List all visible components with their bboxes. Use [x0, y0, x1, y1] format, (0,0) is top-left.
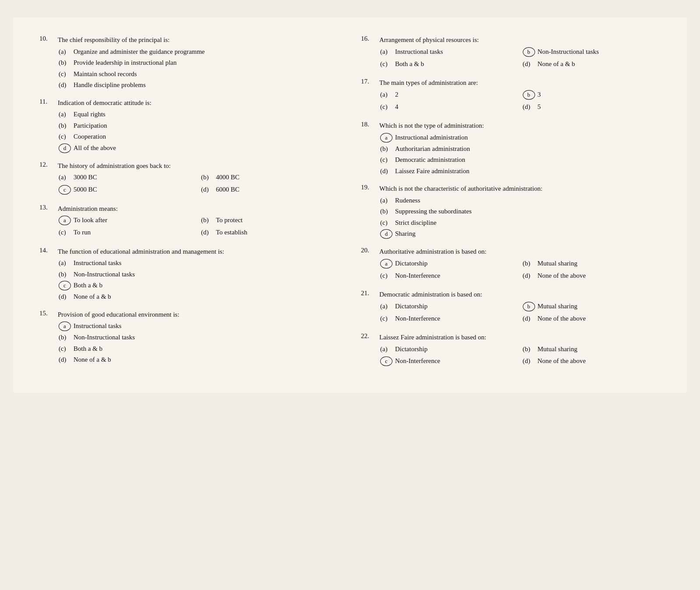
question-text: Democratic administration is based on:	[379, 290, 661, 300]
option-row: dSharing	[380, 229, 661, 239]
option-row: (d)5	[523, 102, 661, 112]
question-row: 20.Authoritative administration is based…	[361, 247, 661, 257]
option-row: dAll of the above	[59, 143, 339, 153]
option-label: (c)	[380, 102, 392, 112]
option-label: (c)	[380, 271, 392, 281]
option-label: (a)	[380, 47, 392, 57]
question-row: 14.The function of educational administr…	[39, 247, 339, 257]
option-row: (d)To establish	[201, 227, 340, 237]
question-block: 19.Which is not the characteristic of au…	[361, 184, 661, 239]
option-label: (d)	[523, 314, 535, 324]
option-label: (a)	[380, 301, 392, 311]
option-text: Equal rights	[74, 109, 105, 119]
question-row: 16.Arrangement of physical resources is:	[361, 35, 661, 45]
option-label: (d)	[380, 166, 392, 176]
option-label: (d)	[523, 356, 535, 366]
options-container: (a)Dictatorship(b)Mutual sharingcNon-Int…	[380, 344, 661, 368]
question-number: 21.	[361, 290, 376, 300]
option-row: (a)Rudeness	[380, 196, 661, 206]
option-text: 3	[538, 90, 541, 100]
option-text: Strict discipline	[395, 218, 437, 228]
question-number: 10.	[39, 35, 54, 45]
option-label: (c)	[59, 344, 71, 354]
option-label: b	[523, 302, 535, 311]
option-label: d	[380, 229, 392, 239]
option-row: aInstructional administration	[380, 133, 661, 143]
option-label: a	[59, 321, 71, 331]
option-text: Suppressing the subordinates	[395, 206, 472, 216]
option-label: b	[523, 90, 535, 100]
question-text: The function of educational administrati…	[58, 247, 339, 257]
option-text: Both a & b	[74, 344, 102, 354]
question-row: 19.Which is not the characteristic of au…	[361, 184, 661, 194]
option-text: Authoritarian administration	[395, 144, 470, 154]
two-col-options: (a)3000 BC(b)4000 BCc5000 BC(d)6000 BC	[59, 172, 339, 196]
option-text: Instructional tasks	[74, 258, 122, 268]
option-text: None of the above	[538, 271, 586, 281]
option-row: (c)Cooperation	[59, 132, 339, 142]
option-label: a	[59, 216, 71, 225]
option-row: (b)To protect	[201, 215, 340, 225]
two-col-options: (a)2b3(c)4(d)5	[380, 90, 661, 113]
question-number: 18.	[361, 121, 376, 131]
option-row: (d)None of a & b	[59, 355, 339, 365]
option-text: Both a & b	[74, 280, 102, 290]
option-label: (d)	[59, 80, 71, 90]
question-number: 15.	[39, 310, 54, 320]
question-text: Which is not the type of administration:	[379, 121, 661, 131]
question-text: The main types of administration are:	[379, 78, 661, 88]
option-row: (a)Organize and administer the guidance …	[59, 47, 339, 57]
option-label: (b)	[380, 144, 392, 154]
option-label: (b)	[59, 121, 71, 131]
option-row: (b)Participation	[59, 121, 339, 131]
option-row: (a)Dictatorship	[380, 344, 518, 354]
question-text: The chief responsibility of the principa…	[58, 35, 339, 45]
option-row: b3	[523, 90, 661, 100]
question-block: 10.The chief responsibility of the princ…	[39, 35, 339, 90]
two-col-options: aTo look after(b)To protect(c)To run(d)T…	[59, 215, 339, 239]
option-text: To look after	[74, 215, 107, 225]
question-row: 12.The history of administration goes ba…	[39, 161, 339, 171]
option-row: (b)Mutual sharing	[523, 258, 661, 269]
option-row: (d)Laissez Faire administration	[380, 166, 661, 176]
option-text: Cooperation	[74, 132, 106, 142]
option-label: (a)	[380, 196, 392, 206]
question-number: 16.	[361, 35, 376, 45]
question-row: 10.The chief responsibility of the princ…	[39, 35, 339, 45]
option-text: Participation	[74, 121, 107, 131]
question-block: 22.Laissez Faire administration is based…	[361, 332, 661, 367]
option-row: (c)Both a & b	[380, 59, 518, 69]
option-row: (b)Non-Instructional tasks	[59, 269, 339, 279]
option-text: All of the above	[74, 143, 116, 153]
option-row: c5000 BC	[59, 185, 197, 195]
option-text: To run	[74, 227, 91, 237]
options-container: (a)DictatorshipbMutual sharing(c)Non-Int…	[380, 301, 661, 325]
option-label: (d)	[59, 355, 71, 365]
option-label: (d)	[523, 102, 535, 112]
option-label: (c)	[380, 218, 392, 228]
options-container: aTo look after(b)To protect(c)To run(d)T…	[59, 215, 339, 239]
option-label: (b)	[523, 344, 535, 354]
option-text: To establish	[216, 227, 248, 237]
option-label: (c)	[59, 227, 71, 237]
option-label: (a)	[59, 258, 71, 268]
question-text: The history of administration goes back …	[58, 161, 339, 171]
option-text: Instructional tasks	[395, 47, 443, 57]
option-label: (c)	[380, 155, 392, 165]
option-row: (b)Mutual sharing	[523, 344, 661, 354]
option-row: (c)Maintain school records	[59, 69, 339, 79]
option-row: (d)6000 BC	[201, 185, 340, 195]
option-text: Handle discipline problems	[74, 80, 146, 90]
option-text: Mutual sharing	[538, 344, 578, 354]
options-container: (a)Instructional tasks(b)Non-Instruction…	[59, 258, 339, 302]
option-text: Provide leadership in instructional plan	[74, 58, 177, 68]
option-text: Dictatorship	[395, 258, 427, 269]
options-container: (a)3000 BC(b)4000 BCc5000 BC(d)6000 BC	[59, 172, 339, 196]
option-label: (a)	[380, 90, 392, 100]
option-row: aInstructional tasks	[59, 321, 339, 331]
question-text: Which is not the characteristic of autho…	[379, 184, 661, 194]
question-block: 14.The function of educational administr…	[39, 247, 339, 302]
question-row: 11.Indication of democratic attitude is:	[39, 98, 339, 108]
questions-columns: 10.The chief responsibility of the princ…	[39, 35, 661, 375]
option-text: Rudeness	[395, 196, 420, 206]
